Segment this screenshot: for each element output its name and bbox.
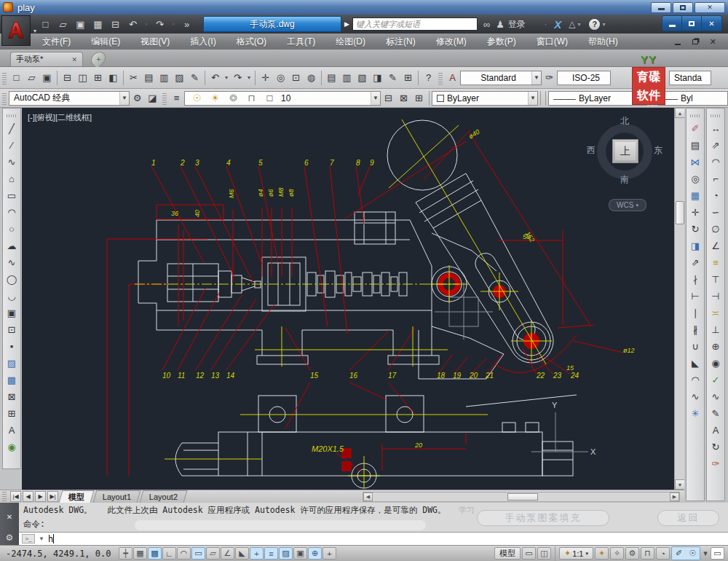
tool-zoom-previous[interactable]: ◍	[304, 70, 319, 85]
qat-undo-drop[interactable]: ▾	[143, 17, 150, 32]
tool-dim-textedit[interactable]: A	[708, 422, 724, 439]
menu-parametric[interactable]: 参数(P)	[477, 36, 526, 48]
tool-point[interactable]: ▪	[4, 338, 20, 355]
tab-next-button[interactable]: ▶	[35, 491, 46, 502]
model-space-button[interactable]: 模型	[494, 547, 521, 560]
tool-rotate[interactable]: ↻	[687, 221, 703, 238]
qat-qnew[interactable]: □	[38, 17, 53, 32]
tool-tool-palettes[interactable]: ▧	[355, 70, 370, 85]
tool-layer-unisolate[interactable]: ⊞	[411, 90, 427, 106]
tool-help[interactable]: ?	[421, 70, 436, 85]
a360-icon[interactable]: △	[569, 19, 575, 29]
vertical-scrollbar[interactable]: ▲ ▼	[674, 108, 684, 490]
tool-blend[interactable]: ∿	[687, 388, 703, 405]
menu-format[interactable]: 格式(O)	[226, 36, 277, 48]
tab-layout2[interactable]: Layout2	[140, 490, 188, 503]
status-quick-properties[interactable]: ▣	[293, 547, 307, 560]
tool-quickcalc[interactable]: ⊞	[400, 70, 416, 85]
viewport-label[interactable]: [-][俯视][二维线框]	[28, 112, 92, 123]
tool-dim-update[interactable]: ↻	[708, 439, 724, 455]
menu-tools[interactable]: 工具(T)	[277, 36, 325, 48]
tool-circle[interactable]: ○	[4, 221, 20, 238]
tool-dim-break[interactable]: ⊥	[708, 321, 724, 338]
status-3d-object-snap[interactable]: ▱	[206, 547, 220, 560]
tool-dim-aligned[interactable]: ⇗	[708, 137, 724, 154]
layer-lock[interactable]: ⊓	[244, 90, 259, 106]
tool-redo-drop[interactable]: ▾	[245, 70, 253, 85]
exchange-icon[interactable]: X	[554, 18, 561, 31]
tool-make-block[interactable]: ⊡	[4, 321, 20, 338]
tool-dim-angular[interactable]: ∠	[708, 238, 724, 254]
status-dynamic-ucs[interactable]: ◣	[235, 547, 249, 560]
qat-undo[interactable]: ↶	[125, 17, 141, 32]
tool-dim-diameter[interactable]: ∅	[708, 221, 724, 238]
app-minimize-button[interactable]	[662, 16, 682, 31]
workspace-combo[interactable]: AutoCAD 经典 ▼	[9, 91, 130, 106]
tool-line[interactable]: ╱	[4, 120, 20, 137]
status-dynamic-input[interactable]: +	[250, 547, 264, 560]
toolbar-grip[interactable]	[438, 71, 443, 85]
tool-polyline[interactable]: ∿	[4, 154, 20, 170]
tool-paste[interactable]: ▥	[157, 70, 172, 85]
new-tab-button[interactable]: +	[88, 49, 108, 69]
scroll-right-icon[interactable]: ▶	[670, 493, 679, 501]
workspace-save-icon[interactable]: ◪	[145, 90, 160, 106]
tool-extend[interactable]: ⊢	[687, 288, 703, 305]
tool-open[interactable]: ▱	[24, 70, 39, 85]
tool-tolerance[interactable]: ⊕	[708, 338, 724, 355]
tool-paste-block[interactable]: ▨	[172, 70, 187, 85]
layer-color-swatch[interactable]: □	[262, 90, 277, 106]
user-icon[interactable]: ♟	[496, 19, 505, 30]
qat-save[interactable]: ▣	[73, 17, 88, 32]
wcs-button[interactable]: WCS▾	[609, 199, 646, 211]
tool-dim-arc[interactable]: ◠	[708, 154, 724, 170]
menu-draw[interactable]: 绘图(D)	[325, 36, 376, 48]
tool-mtext[interactable]: A	[4, 422, 20, 439]
tool-dim-quick[interactable]: ≡	[708, 254, 724, 271]
tool-copy[interactable]: ▤	[687, 137, 703, 154]
command-line[interactable]: >_ ▼ h	[19, 532, 728, 545]
toolbar-lock-icon[interactable]: ⊓	[641, 547, 654, 560]
tool-join[interactable]: ∪	[687, 338, 703, 355]
menu-file[interactable]: 文件(F)	[32, 36, 81, 48]
annotation-visibility-icon[interactable]: ✦	[595, 547, 609, 560]
autoscale-icon[interactable]: ✧	[610, 547, 624, 560]
tool-ellipse-arc[interactable]: ◡	[4, 288, 20, 305]
toolbar-grip[interactable]	[2, 71, 7, 85]
tool-offset[interactable]: ◎	[687, 170, 703, 187]
qat-open[interactable]: ▱	[55, 17, 71, 32]
tool-rectangle[interactable]: ▭	[4, 187, 20, 204]
tool-undo[interactable]: ↶	[207, 70, 223, 85]
os-close-button[interactable]: ✕	[695, 2, 725, 13]
mdi-minimize-button[interactable]	[675, 44, 681, 45]
status-menu-icon[interactable]: ▾	[702, 547, 709, 560]
tool-dim-jogged[interactable]: ∽	[708, 204, 724, 221]
tool-dim-radius[interactable]: ◔	[708, 187, 724, 204]
status-infer-constraints[interactable]: ┿	[119, 547, 132, 560]
tool-dim-baseline[interactable]: ⊤	[708, 271, 724, 288]
tool-stretch[interactable]: ⇗	[687, 254, 703, 271]
status-snap-mode[interactable]: ▦	[133, 547, 147, 560]
dim-style-combo[interactable]: ISO-25	[557, 71, 611, 85]
scroll-down-icon[interactable]: ▼	[675, 479, 685, 490]
tool-hatch[interactable]: ▨	[4, 355, 20, 372]
tool-chamfer[interactable]: ◣	[687, 355, 703, 372]
tool-arc[interactable]: ◠	[4, 204, 20, 221]
qat-saveas[interactable]: ▦	[90, 17, 106, 32]
quick-view-layouts-icon[interactable]: ▭	[522, 547, 536, 560]
tool-array[interactable]: ▦	[687, 187, 703, 204]
annotation-scale-button[interactable]: ✦1:1▾	[559, 547, 593, 560]
combo-arrow-icon[interactable]: ▼	[119, 92, 129, 105]
document-tab-close-icon[interactable]: ✕	[71, 56, 77, 63]
tool-properties[interactable]: ▤	[324, 70, 339, 85]
tool-spline[interactable]: ∿	[4, 254, 20, 271]
tool-publish[interactable]: ⊞	[90, 70, 106, 85]
vertical-scroll-thumb[interactable]	[676, 201, 684, 224]
search-binoculars-icon[interactable]: ∞	[483, 19, 490, 30]
file-tab[interactable]: 手动泵.dwg	[203, 16, 341, 32]
tool-polygon[interactable]: ⌂	[4, 170, 20, 187]
viewcube-top-face[interactable]: 上	[612, 139, 638, 163]
status-selection-cycling[interactable]: ⊕	[308, 547, 322, 560]
tool-dim-ordinate[interactable]: ⌐	[708, 170, 724, 187]
layer-freeze-sun[interactable]: ☀	[207, 90, 223, 106]
